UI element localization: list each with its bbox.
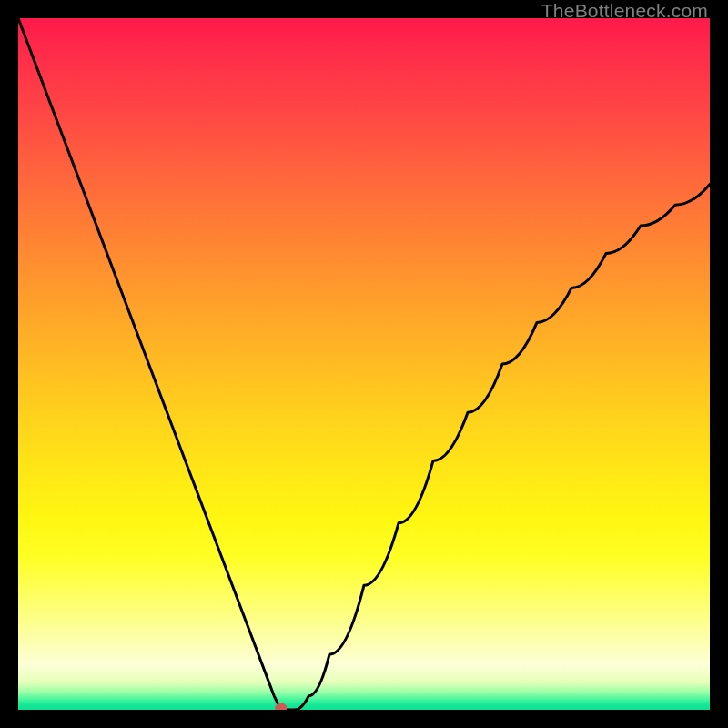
bottleneck-curve-path — [18, 18, 710, 710]
chart-frame: TheBottleneck.com — [0, 0, 728, 728]
chart-plot-area — [18, 18, 710, 710]
bottleneck-curve-svg — [18, 18, 710, 710]
